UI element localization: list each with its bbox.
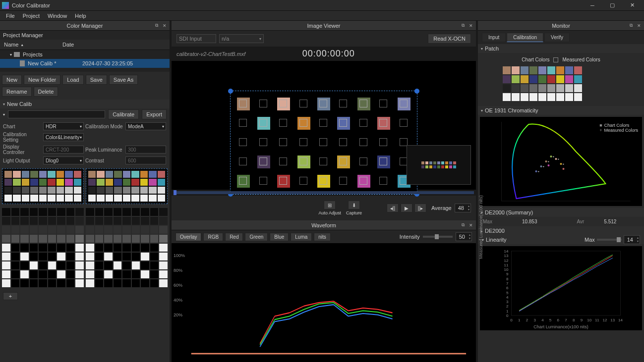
svg-point-10 — [548, 164, 550, 166]
viewer-toolbar: SDI Input n/a ▾ Read X-OCN — [172, 31, 476, 47]
svg-text:13: 13 — [610, 318, 615, 322]
svg-text:5: 5 — [549, 318, 552, 322]
panel-close-icon[interactable]: ✕ — [468, 222, 474, 228]
wtab-red[interactable]: Red — [225, 233, 243, 241]
mtab-input[interactable]: Input — [482, 33, 506, 42]
delete-button[interactable]: Delete — [34, 87, 59, 97]
save-button[interactable]: Save — [86, 75, 107, 85]
capture-button[interactable]: ⬇ — [348, 201, 360, 209]
tree-row-new-calib[interactable]: New Calib * 2024-07-30 23:25:05 — [0, 59, 170, 68]
peak-input[interactable]: 300 — [125, 146, 166, 154]
new-folder-button[interactable]: New Folder — [24, 75, 60, 85]
chart-thumb-left[interactable] — [2, 168, 84, 204]
panel-pop-icon[interactable]: ⧉ — [154, 23, 160, 29]
wtab-rgb[interactable]: RGB — [203, 233, 223, 241]
section-new-calib[interactable]: ▾ New Calib — [0, 100, 170, 108]
svg-text:5: 5 — [506, 291, 509, 295]
section-linearity[interactable]: ▾ Linearity Max 14 ▴▾ — [478, 235, 644, 244]
calib-name-input[interactable] — [8, 110, 105, 118]
collapse-icon[interactable]: ▾ — [481, 108, 483, 113]
svg-text:+: + — [538, 170, 540, 173]
panel-close-icon[interactable]: ✕ — [636, 23, 642, 29]
wtab-blue[interactable]: Blue — [270, 233, 289, 241]
auto-adjust-button[interactable]: ⊞ — [324, 201, 336, 209]
collapse-icon[interactable]: ▾ — [10, 52, 12, 57]
read-xocn-button[interactable]: Read X-OCN — [428, 34, 471, 44]
calmode-select[interactable]: ModeA — [125, 122, 166, 130]
tree-row-projects[interactable]: ▾ Projects — [0, 50, 170, 59]
section-chromaticity[interactable]: ▾ OE 1931 Chromaticity — [478, 106, 644, 115]
intensity-label: Intensity — [400, 234, 420, 240]
chart-thumb-right[interactable] — [86, 168, 168, 204]
linearity-max-slider[interactable] — [597, 239, 622, 241]
menu-project[interactable]: Project — [19, 12, 44, 20]
section-de2000-sub[interactable]: ▸ DE2000 — [478, 226, 644, 235]
menu-help[interactable]: Help — [71, 12, 90, 20]
collapse-icon[interactable]: ▾ — [3, 102, 5, 106]
handle-tl[interactable] — [228, 89, 233, 94]
dropdown-icon[interactable]: ▾ — [3, 112, 5, 117]
panel-pop-icon[interactable]: ⧉ — [628, 23, 634, 29]
collapse-icon[interactable]: ▾ — [481, 47, 483, 51]
chart-select[interactable]: HDR — [43, 122, 84, 130]
maximize-button[interactable]: ▢ — [602, 0, 622, 10]
load-button[interactable]: Load — [62, 75, 83, 85]
light-select[interactable]: Dlog0 — [43, 156, 84, 164]
close-button[interactable]: ✕ — [622, 0, 642, 10]
mtab-verify[interactable]: Verify — [544, 33, 570, 42]
handle-tr[interactable] — [414, 89, 419, 94]
step-fwd-button[interactable]: ||▸ — [414, 204, 426, 212]
title-bar: Color Calibrator ─ ▢ ✕ — [0, 0, 644, 11]
source-value-select[interactable]: n/a ▾ — [219, 34, 264, 43]
svg-text:1: 1 — [518, 318, 521, 322]
menu-file[interactable]: File — [2, 12, 19, 20]
minimize-button[interactable]: ─ — [583, 0, 602, 10]
calset-select[interactable]: Color&Linearity — [43, 133, 84, 141]
waveform-tabs: Overlay RGB Red Green Blue Luma nits Int… — [172, 230, 476, 243]
menu-window[interactable]: Window — [44, 12, 71, 20]
wtab-green[interactable]: Green — [245, 233, 268, 241]
new-button[interactable]: New — [2, 75, 22, 85]
playhead[interactable] — [174, 190, 176, 195]
grey-grid-left — [2, 208, 84, 287]
linearity-max-spinner[interactable]: 14 ▴▾ — [624, 235, 640, 244]
svg-text:8: 8 — [506, 277, 509, 281]
wtab-overlay[interactable]: Overlay — [176, 233, 201, 241]
wtab-luma[interactable]: Luma — [291, 233, 312, 241]
panel-pop-icon[interactable]: ⧉ — [460, 23, 466, 29]
step-back-button[interactable]: ◂|| — [387, 204, 399, 212]
panel-close-icon[interactable]: ✕ — [468, 23, 474, 29]
svg-text:6: 6 — [506, 286, 509, 290]
app-title: Color Calibrator — [12, 2, 583, 8]
calibrate-button[interactable]: Calibrate — [108, 109, 139, 119]
svg-text:14: 14 — [618, 318, 623, 322]
section-de2000[interactable]: ▾ DE2000 (Summary) — [478, 208, 644, 217]
add-button[interactable]: + — [3, 292, 18, 300]
svg-text:3: 3 — [506, 300, 509, 304]
panel-pop-icon[interactable]: ⧉ — [460, 222, 466, 228]
svg-text:9: 9 — [581, 318, 583, 322]
intensity-spinner[interactable]: 50 ▴▾ — [456, 232, 472, 241]
contrast-input[interactable]: 600 — [125, 156, 166, 164]
menu-bar: File Project Window Help — [0, 11, 644, 21]
save-as-button[interactable]: Save As — [109, 75, 138, 85]
source-mode-select[interactable]: SDI Input — [176, 34, 216, 43]
section-patch[interactable]: ▾ Patch — [478, 44, 644, 53]
play-button[interactable]: ▶ — [401, 204, 412, 212]
calib-form: Chart HDR Calibration Mode ModeA Calibra… — [0, 120, 170, 166]
svg-point-7 — [560, 163, 562, 165]
export-button[interactable]: Export — [142, 109, 167, 119]
disp-input[interactable]: CRCT-200 — [43, 146, 84, 154]
color-chart-overlay[interactable] — [230, 91, 417, 195]
mtab-calibration[interactable]: Calibration — [507, 33, 543, 42]
panel-header-monitor: Monitor ⧉ ✕ — [478, 21, 644, 31]
average-spinner[interactable]: 48 ▴▾ — [455, 204, 471, 212]
svg-point-9 — [563, 168, 565, 170]
wtab-nits[interactable]: nits — [314, 233, 331, 241]
viewer-stage[interactable] — [172, 61, 476, 190]
project-buttons: New New Folder Load Save Save As Rename … — [0, 72, 170, 100]
panel-close-icon[interactable]: ✕ — [162, 23, 168, 29]
intensity-slider[interactable] — [423, 236, 453, 238]
rename-button[interactable]: Rename — [2, 87, 32, 97]
svg-text:10: 10 — [587, 318, 591, 322]
